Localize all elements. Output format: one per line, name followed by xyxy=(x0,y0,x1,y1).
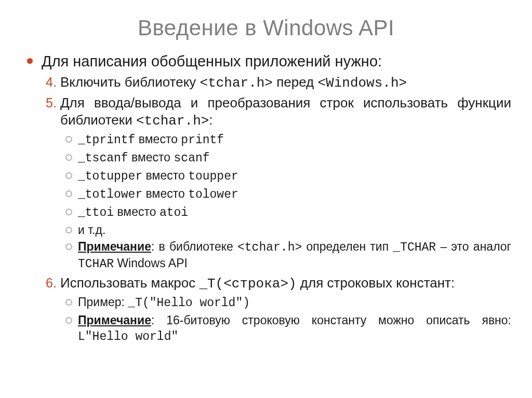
list-item: _totupper вместо toupper xyxy=(78,168,511,185)
bullet-list-level1: Для написания обобщенных приложений нужн… xyxy=(21,52,511,345)
item-4: 4. Включить библиотеку <tchar.h> перед <… xyxy=(60,74,511,92)
note-label: Примечание xyxy=(78,240,151,253)
page-title: Введение в Windows API xyxy=(21,16,511,40)
code-segment: _tscanf xyxy=(78,152,128,165)
text-segment: для строковых констант: xyxy=(297,275,455,291)
list-item: _totlower вместо tolower xyxy=(78,186,511,203)
code-segment: <tchar.h> xyxy=(237,241,302,254)
note-item: Примечание: в библиотеке <tchar.h> опред… xyxy=(78,239,511,272)
list-item: _tscanf вместо scanf xyxy=(78,150,511,167)
text-segment: перед xyxy=(273,74,318,90)
sub-list-6: Пример: _T("Hello world") Примечание: 16… xyxy=(60,295,511,345)
text-segment: Включить библиотеку xyxy=(60,74,200,90)
text-segment: определен тип xyxy=(302,240,393,253)
code-segment: _TCHAR xyxy=(393,241,436,254)
text-segment: и т.д. xyxy=(78,223,105,237)
text-segment: Использовать макрос xyxy=(60,275,199,291)
code-segment: tolower xyxy=(188,188,238,201)
code-segment: _totupper xyxy=(78,170,142,183)
code-segment: printf xyxy=(181,133,224,147)
text-segment: вместо xyxy=(128,150,174,164)
code-segment: _tprintf xyxy=(78,133,135,147)
code-segment: _ttoi xyxy=(78,206,114,219)
numbered-list: 4. Включить библиотеку <tchar.h> перед <… xyxy=(42,74,511,345)
code-segment: _T("Hello world") xyxy=(128,296,250,310)
text-segment: – это аналог xyxy=(436,240,511,253)
list-item: и т.д. xyxy=(78,223,511,238)
item-number: 4. xyxy=(46,74,57,90)
code-segment: <tchar.h> xyxy=(136,113,209,129)
example-item: Пример: _T("Hello world") xyxy=(78,295,511,311)
main-item: Для написания обобщенных приложений нужн… xyxy=(42,52,511,345)
item-number: 6. xyxy=(46,275,57,291)
code-segment: L"Hello world" xyxy=(78,330,178,344)
sub-list-5: _tprintf вместо printf _tscanf вместо sc… xyxy=(60,132,511,272)
text-segment: Windows API xyxy=(114,256,188,270)
code-segment: <Windows.h> xyxy=(318,75,407,91)
code-segment: <tchar.h> xyxy=(200,75,273,91)
text-segment: вместо xyxy=(114,205,159,218)
code-segment: TCHAR xyxy=(78,257,114,271)
text-segment: : в библиотеке xyxy=(151,240,237,253)
item-number: 5. xyxy=(46,94,57,111)
list-item: _tprintf вместо printf xyxy=(78,132,511,148)
item-5: 5. Для ввода/вывода и преобразования стр… xyxy=(60,94,511,273)
text-segment: : 16-битовую строковую константу можно о… xyxy=(151,313,511,327)
code-segment: atoi xyxy=(159,206,188,219)
code-segment: scanf xyxy=(174,152,210,165)
code-segment: toupper xyxy=(188,170,238,183)
text-segment: Для ввода/вывода и преобразования строк … xyxy=(60,95,511,128)
text-segment: вместо xyxy=(135,132,181,146)
code-segment: _T(<строка>) xyxy=(199,276,296,292)
note-item: Примечание: 16-битовую строковую констан… xyxy=(78,313,511,345)
code-segment: _totlower xyxy=(78,188,142,201)
list-item: _ttoi вместо atoi xyxy=(78,204,511,221)
text-segment: вместо xyxy=(142,187,188,200)
text-segment: : xyxy=(209,112,212,128)
item-6: 6. Использовать макрос _T(<строка>) для … xyxy=(60,275,511,345)
note-label: Примечание xyxy=(78,313,151,327)
main-item-text: Для написания обобщенных приложений нужн… xyxy=(42,53,382,70)
text-segment: Пример: xyxy=(78,295,128,309)
text-segment: вместо xyxy=(142,169,188,182)
